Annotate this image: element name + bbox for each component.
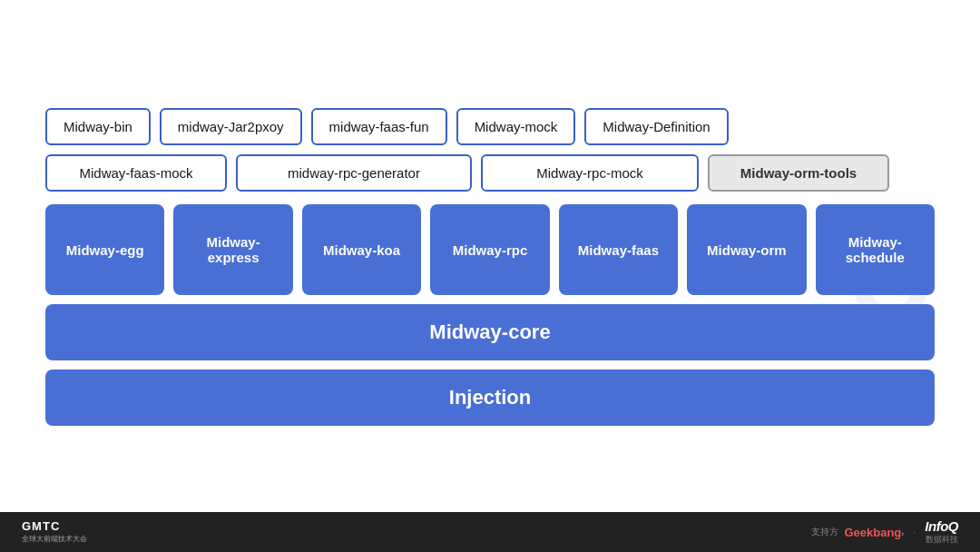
outline-box-orm-tools: Midway-orm-tools	[708, 154, 889, 192]
powered-by-label: 支持方	[811, 526, 838, 538]
blue-box-egg: Midway-egg	[45, 204, 164, 295]
outline-box-jar2pxoy: midway-Jar2pxoy	[160, 108, 302, 145]
main-content: Midway-bin midway-Jar2pxoy midway-faas-f…	[45, 108, 935, 426]
footer-left: GMTC 全球大前端技术大会	[22, 520, 87, 543]
blue-box-koa: Midway-koa	[302, 204, 421, 295]
footer-right: 支持方 Geekbang› · InfoQ 数据科技	[811, 518, 958, 546]
outline-box-mock: Midway-mock	[456, 108, 576, 145]
blue-box-orm: Midway-orm	[687, 204, 806, 295]
footer: GMTC 全球大前端技术大会 支持方 Geekbang› · InfoQ 数据科…	[0, 512, 980, 552]
blue-box-express: Midway- express	[173, 204, 292, 295]
blue-box-rpc: Midway-rpc	[430, 204, 549, 295]
gmtc-logo: GMTC	[22, 520, 60, 533]
midway-core-bar: Midway-core	[45, 304, 935, 360]
blue-box-faas: Midway-faas	[559, 204, 678, 295]
slide: S Midway-bin midway-Jar2pxoy midway-faas…	[0, 0, 980, 552]
separator: ·	[913, 527, 916, 537]
infoq-block: InfoQ 数据科技	[925, 518, 958, 546]
injection-bar: Injection	[45, 370, 935, 426]
outline-box-rpc-mock: Midway-rpc-mock	[481, 154, 699, 192]
blue-box-schedule: Midway- schedule	[816, 204, 935, 295]
outline-box-midway-bin: Midway-bin	[45, 108, 151, 145]
outline-row-2: Midway-faas-mock midway-rpc-generator Mi…	[45, 154, 935, 192]
outline-box-rpc-generator: midway-rpc-generator	[236, 154, 472, 192]
outline-row-1: Midway-bin midway-Jar2pxoy midway-faas-f…	[45, 108, 935, 145]
infoq-sub: 数据科技	[926, 534, 958, 546]
infoq-logo: InfoQ	[925, 518, 958, 534]
blue-boxes-row: Midway-egg Midway- express Midway-koa Mi…	[45, 204, 935, 295]
geekbang-logo: Geekbang›	[844, 526, 904, 539]
outline-box-faas-mock: Midway-faas-mock	[45, 154, 227, 192]
outline-box-definition: Midway-Definition	[584, 108, 728, 145]
gmtc-sub: 全球大前端技术大会	[22, 534, 87, 544]
outline-box-faas-fun: midway-faas-fun	[311, 108, 447, 145]
